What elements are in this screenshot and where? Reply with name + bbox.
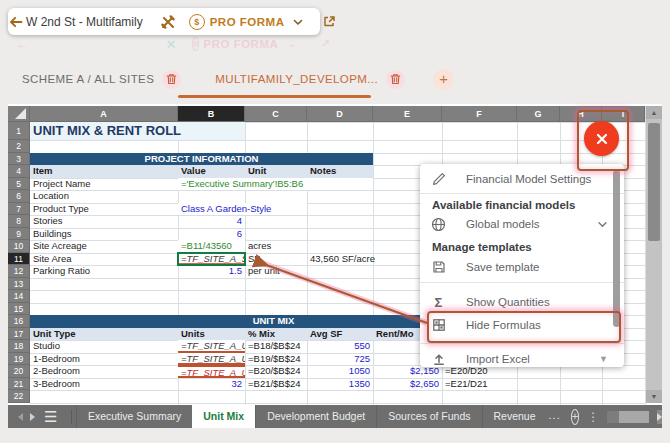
row-header-7[interactable]: 7 xyxy=(8,203,30,216)
cell-D20[interactable]: 1050 xyxy=(307,365,373,378)
cell-A7[interactable]: Product Type xyxy=(30,203,178,216)
column-header-H[interactable]: H xyxy=(560,106,602,122)
cell-D4[interactable]: Notes xyxy=(307,165,373,178)
sheet-tab-revenue[interactable]: Revenue xyxy=(482,405,547,428)
cell-D17[interactable]: Avg SF xyxy=(307,328,373,341)
add-scheme-button[interactable]: + xyxy=(433,69,454,90)
row-header-17[interactable]: 17 xyxy=(8,328,30,341)
add-sheet-button[interactable]: + xyxy=(571,409,579,425)
menu-item-save-template[interactable]: Save template xyxy=(430,255,608,279)
cell-A3[interactable]: PROJECT INFORMATION xyxy=(30,153,373,166)
cell-C18[interactable]: =B18/$B$24 xyxy=(245,340,307,353)
row-header-22[interactable]: 22 xyxy=(8,390,30,403)
row-header-13[interactable]: 13 xyxy=(8,278,30,291)
sheet-tab-sources-of-funds[interactable]: Sources of Funds xyxy=(376,405,481,428)
row-header-14[interactable]: 14 xyxy=(8,290,30,303)
horizontal-scrollbar[interactable] xyxy=(607,411,648,423)
delete-scheme-button[interactable] xyxy=(162,70,181,89)
sheet-tab-unit-mix[interactable]: Unit Mix xyxy=(192,405,255,428)
prev-sheet-arrow[interactable] xyxy=(18,413,23,421)
cell-C21[interactable]: =B21/$B$24 xyxy=(245,378,307,391)
cell-B8[interactable]: 4 xyxy=(178,215,245,228)
cell-D19[interactable]: 725 xyxy=(307,353,373,366)
back-button[interactable] xyxy=(8,14,24,30)
cell-A6[interactable]: Location xyxy=(30,190,178,203)
row-header-11[interactable]: 11 xyxy=(8,253,30,266)
next-sheet-arrow[interactable] xyxy=(30,413,35,421)
cell-A8[interactable]: Stories xyxy=(30,215,178,228)
sheet-tab-development-budget[interactable]: Development Budget xyxy=(255,405,376,428)
column-header-B[interactable]: B xyxy=(178,106,245,122)
cell-D18[interactable]: 550 xyxy=(307,340,373,353)
cell-A1[interactable]: UNIT MIX & RENT ROLL xyxy=(30,122,245,140)
cell-E21[interactable]: $2,650 xyxy=(373,378,442,391)
close-menu-button[interactable] xyxy=(584,121,619,156)
delete-scheme-button[interactable] xyxy=(386,70,405,89)
row-header-6[interactable]: 6 xyxy=(8,190,30,203)
row-header-1[interactable]: 1 xyxy=(8,122,30,140)
cell-A5[interactable]: Project Name xyxy=(30,178,178,191)
cell-D21[interactable]: 1350 xyxy=(307,378,373,391)
row-header-12[interactable]: 12 xyxy=(8,265,30,278)
cell-A11[interactable]: Site Area xyxy=(30,253,178,266)
h-scroll-thumb[interactable] xyxy=(619,411,649,423)
tools-button[interactable] xyxy=(151,14,185,30)
sheet-tab-executive-summary[interactable]: Executive Summary xyxy=(76,405,192,428)
scheme-tab-multifamily[interactable]: MULTIFAMILY_DEVELOPM... xyxy=(201,62,411,96)
row-header-8[interactable]: 8 xyxy=(8,215,30,228)
cell-B11[interactable]: =TF_SITE_A_S xyxy=(178,253,245,266)
row-header-4[interactable]: 4 xyxy=(8,165,30,178)
row-header-5[interactable]: 5 xyxy=(8,178,30,191)
cell-A17[interactable]: Unit Type xyxy=(30,328,178,341)
vertical-scrollbar[interactable]: ▲▼ xyxy=(646,106,662,403)
scroll-right-button[interactable] xyxy=(657,410,662,424)
column-header-G[interactable]: G xyxy=(517,106,560,122)
cell-A12[interactable]: Parking Ratio xyxy=(30,265,178,278)
cell-C10[interactable]: acres xyxy=(245,240,307,253)
column-header-F[interactable]: F xyxy=(442,106,517,122)
proforma-selector[interactable]: $ PRO FORMA xyxy=(185,14,314,30)
cell-A20[interactable]: 2-Bedroom xyxy=(30,365,178,378)
cell-C11[interactable]: SF xyxy=(245,253,307,266)
row-header-18[interactable]: 18 xyxy=(8,340,30,353)
row-header-19[interactable]: 19 xyxy=(8,353,30,366)
cell-C19[interactable]: =B19/$B$24 xyxy=(245,353,307,366)
row-header-21[interactable]: 21 xyxy=(8,378,30,391)
cell-C20[interactable]: =B20/$B$24 xyxy=(245,365,307,378)
row-header-10[interactable]: 10 xyxy=(8,240,30,253)
row-header-2[interactable]: 2 xyxy=(8,140,30,153)
overflow-menu-icon[interactable]: ⋮ xyxy=(587,410,599,424)
cell-B20[interactable]: =TF_SITE_A_U xyxy=(178,365,245,378)
share-button[interactable] xyxy=(313,14,346,29)
cell-C4[interactable]: Unit xyxy=(245,165,307,178)
cell-F21[interactable]: =E21/D21 xyxy=(442,378,517,391)
cell-B4[interactable]: Value xyxy=(178,165,245,178)
cell-B19[interactable]: =TF_SITE_A_U xyxy=(178,353,245,366)
sheet-list-menu-icon[interactable]: ☰ xyxy=(44,405,57,428)
more-sheets-ellipsis[interactable]: ... xyxy=(549,409,561,421)
row-header-3[interactable]: 3 xyxy=(8,153,30,166)
row-header-15[interactable]: 15 xyxy=(8,303,30,316)
cell-B10[interactable]: =B11/43560 xyxy=(178,240,245,253)
column-header-C[interactable]: C xyxy=(245,106,307,122)
row-header-9[interactable]: 9 xyxy=(8,228,30,241)
cell-B9[interactable]: 6 xyxy=(178,228,245,241)
scroll-up-button[interactable]: ▲ xyxy=(646,106,662,119)
cell-B5[interactable]: ='Executive Summary'!B5:B6 xyxy=(178,178,373,191)
cell-A19[interactable]: 1-Bedroom xyxy=(30,353,178,366)
column-header-D[interactable]: D xyxy=(307,106,373,122)
cell-B7[interactable]: Class A Garden-Style xyxy=(178,203,307,216)
menu-item-hide-formulas[interactable]: Hide Formulas xyxy=(430,313,608,337)
select-all-corner[interactable] xyxy=(8,106,30,122)
v-scroll-thumb[interactable] xyxy=(648,123,660,241)
row-header-20[interactable]: 20 xyxy=(8,365,30,378)
menu-item-import-excel[interactable]: Import Excel ▼ xyxy=(430,347,608,371)
menu-item-global-models[interactable]: Global models xyxy=(430,212,608,236)
scheme-tab-all-sites[interactable]: SCHEME A / ALL SITES xyxy=(8,62,187,96)
cell-A18[interactable]: Studio xyxy=(30,340,178,353)
menu-item-show-quantities[interactable]: Σ Show Quantities xyxy=(430,290,608,314)
cell-A21[interactable]: 3-Bedroom xyxy=(30,378,178,391)
column-header-E[interactable]: E xyxy=(373,106,442,122)
cell-A9[interactable]: Buildings xyxy=(30,228,178,241)
cell-A4[interactable]: Item xyxy=(30,165,178,178)
